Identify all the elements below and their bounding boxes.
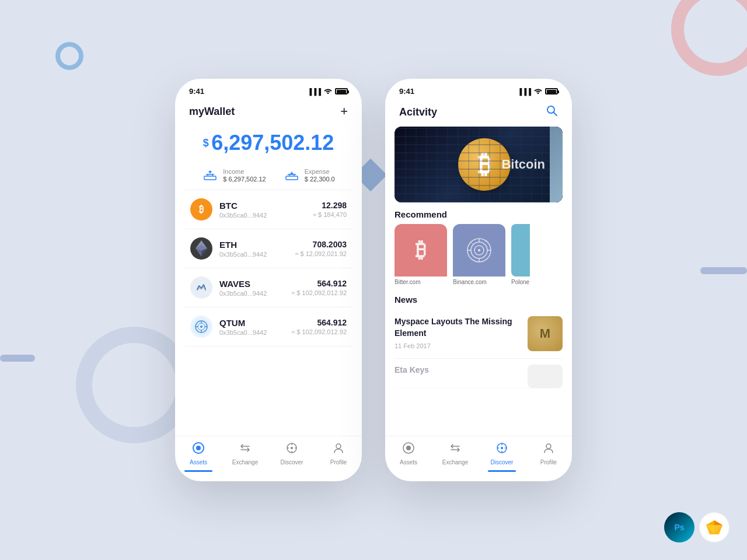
eth-value: 708.2003 ≈ $ 12,092,021.92 xyxy=(295,240,347,257)
activity-header: Acitvity xyxy=(385,100,572,127)
expense-item: Expense $ 22,300.0 xyxy=(284,168,335,183)
binance-label: Binance.com xyxy=(453,276,505,288)
recommend-bitter[interactable]: ₿ Bitter.com xyxy=(395,224,447,288)
discover-icon xyxy=(286,442,298,457)
balance-symbol: $ xyxy=(203,137,209,149)
income-value: $ 6,297,502.12 xyxy=(223,176,266,183)
news-thumb-2 xyxy=(528,365,563,388)
balance-display: $ 6,297,502.12 xyxy=(189,131,348,155)
income-expense-section: Income $ 6,297,502.12 Expens xyxy=(175,164,362,190)
discover-label: Discover xyxy=(281,459,303,466)
status-right-activity: ▐▐▐ xyxy=(518,88,558,95)
eth-address: 0x3b5ca0...9442 xyxy=(219,251,288,258)
wallet-title: myWallet xyxy=(189,106,235,118)
discover-icon-2 xyxy=(496,442,508,457)
eth-amount: 708.2003 xyxy=(295,240,347,249)
nav-assets-activity[interactable]: Assets xyxy=(385,442,432,472)
polone-label: Polone xyxy=(511,276,558,288)
waves-usd: ≈ $ 102,092,012.92 xyxy=(291,289,347,296)
eth-info: ETH 0x3b5ca0...9442 xyxy=(219,240,288,258)
waves-icon xyxy=(190,276,212,299)
nav-discover-wallet[interactable]: Discover xyxy=(268,442,315,472)
nav-exchange-activity[interactable]: Exchange xyxy=(432,442,479,472)
qtum-address: 0x3b5ca0...9442 xyxy=(219,329,284,336)
status-bar-wallet: 9:41 ▐▐▐ xyxy=(175,79,362,100)
bg-decoration-bar-left xyxy=(0,355,35,362)
coin-item-eth[interactable]: ETH 0x3b5ca0...9442 708.2003 ≈ $ 12,092,… xyxy=(184,229,352,268)
coin-item-qtum[interactable]: QTUM 0x3b5ca0...9442 564.912 ≈ $ 102,092… xyxy=(184,307,352,346)
qtum-name: QTUM xyxy=(219,318,284,328)
battery-icon xyxy=(335,88,348,94)
waves-value: 564.912 ≈ $ 102,092,012.92 xyxy=(291,279,347,296)
news-section-title: News xyxy=(385,288,572,309)
screen-content-wallet: myWallet + $ 6,297,502.12 xyxy=(175,100,362,481)
qtum-icon xyxy=(190,316,212,338)
sketch-icon xyxy=(699,512,729,542)
nav-indicator xyxy=(184,470,212,472)
recommend-binance[interactable]: Binance.com xyxy=(453,224,505,288)
battery-icon-2 xyxy=(545,88,558,94)
bitter-card-image: ₿ xyxy=(395,224,447,276)
status-time-activity: 9:41 xyxy=(399,87,414,96)
exchange-label: Exchange xyxy=(232,459,258,466)
coin-item-waves[interactable]: WAVES 0x3b5ca0...9442 564.912 ≈ $ 102,09… xyxy=(184,268,352,307)
bg-decoration-circle-blue xyxy=(55,42,83,70)
svg-point-40 xyxy=(501,447,503,449)
svg-line-35 xyxy=(471,242,473,244)
svg-line-25 xyxy=(554,113,557,116)
recommend-list: ₿ Bitter.com xyxy=(385,224,572,288)
assets-label: Assets xyxy=(190,459,207,466)
wifi-icon xyxy=(324,88,332,95)
news-thumb-1: M xyxy=(528,316,563,351)
news-date-1: 11 Feb 2017 xyxy=(395,342,522,349)
svg-text:₿: ₿ xyxy=(416,238,426,262)
svg-point-30 xyxy=(478,249,480,251)
add-button[interactable]: + xyxy=(340,105,348,118)
wifi-icon-2 xyxy=(534,88,542,95)
exchange-label-2: Exchange xyxy=(442,459,468,466)
nav-exchange-wallet[interactable]: Exchange xyxy=(222,442,268,472)
phone-activity: 9:41 ▐▐▐ Acitvity xyxy=(385,79,572,481)
exchange-icon-2 xyxy=(449,442,461,457)
svg-point-10 xyxy=(200,326,203,328)
news-title-2: Eta Keys xyxy=(395,365,522,376)
profile-label: Profile xyxy=(330,459,347,466)
nav-profile-activity[interactable]: Profile xyxy=(525,442,572,472)
news-content-1: Myspace Layouts The Missing Element 11 F… xyxy=(395,316,522,349)
coin-list: ₿ BTC 0x3b5ca0...9442 12.298 ≈ $ 184,470 xyxy=(175,190,362,436)
nav-profile-wallet[interactable]: Profile xyxy=(315,442,362,472)
news-title-1: Myspace Layouts The Missing Element xyxy=(395,316,522,339)
svg-point-18 xyxy=(291,447,293,449)
nav-discover-activity[interactable]: Discover xyxy=(479,442,525,472)
income-icon xyxy=(202,170,218,181)
photoshop-icon: Ps xyxy=(664,512,694,542)
bitcoin-banner-bg: ₿ Bitcoin xyxy=(395,127,563,202)
recommend-polone-peek[interactable]: Polone xyxy=(511,224,530,288)
eth-name: ETH xyxy=(219,240,288,250)
waves-name: WAVES xyxy=(219,279,284,289)
btc-info: BTC 0x3b5ca0...9442 xyxy=(219,201,306,219)
btc-amount: 12.298 xyxy=(313,201,347,210)
bitcoin-banner[interactable]: ₿ Bitcoin xyxy=(395,127,563,202)
expense-label: Expense xyxy=(305,168,335,175)
status-right-wallet: ▐▐▐ xyxy=(308,88,348,95)
balance-amount: 6,297,502.12 xyxy=(211,131,334,155)
signal-icon-2: ▐▐▐ xyxy=(518,88,531,95)
recommend-section-title: Recommend xyxy=(385,202,572,224)
search-button[interactable] xyxy=(546,105,558,120)
phone-wallet: 9:41 ▐▐▐ myWallet + $ 6,297,502.12 xyxy=(175,79,362,481)
svg-rect-1 xyxy=(286,176,298,180)
profile-icon xyxy=(333,442,344,457)
status-time-wallet: 9:41 xyxy=(189,87,204,96)
coin-item-btc[interactable]: ₿ BTC 0x3b5ca0...9442 12.298 ≈ $ 184,470 xyxy=(184,190,352,229)
svg-rect-0 xyxy=(204,176,216,180)
profile-label-2: Profile xyxy=(540,459,557,466)
news-item-2[interactable]: Eta Keys xyxy=(395,359,563,388)
eth-usd: ≈ $ 12,092,021.92 xyxy=(295,250,347,257)
svg-point-16 xyxy=(196,446,201,450)
nav-indicator-2 xyxy=(488,470,516,472)
nav-assets-wallet[interactable]: Assets xyxy=(175,442,222,472)
polone-peek-image xyxy=(511,224,530,276)
status-bar-activity: 9:41 ▐▐▐ xyxy=(385,79,572,100)
news-item-1[interactable]: Myspace Layouts The Missing Element 11 F… xyxy=(395,309,563,359)
